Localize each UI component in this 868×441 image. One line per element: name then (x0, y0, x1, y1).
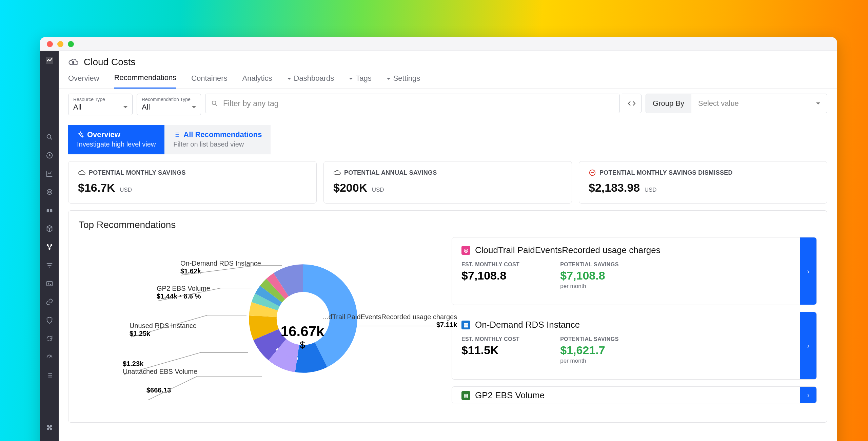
list-icon (173, 131, 180, 138)
gauge-icon[interactable] (45, 352, 54, 362)
history-icon[interactable] (45, 151, 54, 160)
minimize-window-button[interactable] (57, 41, 63, 47)
tab-recommendations[interactable]: Recommendations (114, 73, 176, 89)
cloud-cost-icon: $ (68, 57, 78, 67)
link-icon[interactable] (45, 297, 54, 307)
network-icon[interactable] (45, 242, 54, 252)
filter-icon[interactable] (45, 261, 54, 270)
chevron-down-icon (192, 106, 196, 110)
nav-sidebar (40, 51, 59, 441)
chevron-down-icon (287, 78, 291, 82)
code-view-button[interactable] (622, 94, 642, 113)
svg-rect-3 (46, 209, 48, 212)
main-tabs: Overview Recommendations Containers Anal… (59, 73, 837, 89)
target-icon[interactable] (45, 187, 54, 197)
tab-settings[interactable]: Settings (387, 73, 420, 89)
svg-text:$: $ (73, 61, 74, 64)
search-icon (211, 100, 218, 107)
svg-point-7 (48, 248, 51, 250)
svg-point-10 (212, 101, 216, 105)
panel-title: Top Recommendations (79, 219, 817, 230)
page-header: $ Cloud Costs (59, 51, 837, 73)
recommendation-card[interactable]: ◎CloudTrail PaidEventsRecorded usage cha… (452, 237, 817, 305)
chart-icon[interactable] (45, 169, 54, 178)
cube-icon[interactable] (45, 224, 54, 233)
recommendation-list: ◎CloudTrail PaidEventsRecorded usage cha… (452, 237, 817, 414)
refresh-icon[interactable] (45, 334, 54, 343)
search-icon[interactable] (45, 132, 54, 142)
svg-point-1 (47, 190, 52, 195)
dismiss-icon (589, 169, 596, 176)
tag-filter-input[interactable]: Filter by any tag (205, 94, 620, 113)
service-badge-icon: ▦ (461, 321, 470, 329)
service-badge-icon: ◎ (461, 246, 470, 255)
page-title: Cloud Costs (84, 57, 136, 68)
cloud-icon (333, 169, 341, 176)
view-tab-all[interactable]: All Recommendations Filter on list based… (164, 125, 271, 154)
chevron-down-icon (816, 102, 820, 107)
terminal-icon[interactable] (45, 279, 54, 288)
chevron-down-icon (387, 78, 391, 82)
resource-type-dropdown[interactable]: Resource Type All (68, 94, 133, 115)
card-annual-savings: POTENTIAL ANNUAL SAVINGS $200K USD (323, 161, 572, 204)
card-monthly-savings: POTENTIAL MONTHLY SAVINGS $16.7K USD (68, 161, 317, 204)
open-recommendation-button[interactable]: › (800, 237, 816, 305)
tab-analytics[interactable]: Analytics (242, 73, 272, 89)
chevron-down-icon (349, 78, 353, 82)
group-by-control[interactable]: Group By Select value (646, 94, 827, 113)
app-logo[interactable] (43, 54, 56, 66)
chevron-down-icon (123, 106, 127, 110)
top-recommendations-panel: Top Recommendations (68, 210, 827, 423)
tab-overview[interactable]: Overview (68, 73, 99, 89)
donut-chart: 16.67k $ ...dTrail PaidEventsRecorded us… (79, 237, 441, 414)
svg-point-0 (47, 135, 51, 138)
svg-rect-8 (46, 282, 52, 286)
puzzle-icon[interactable] (45, 423, 54, 432)
list-icon[interactable] (45, 370, 54, 380)
card-dismissed-savings: POTENTIAL MONTHLY SAVINGS DISMISSED $2,1… (579, 161, 827, 204)
recommendation-type-dropdown[interactable]: Recommendation Type All (137, 94, 201, 115)
cloud-icon (78, 169, 85, 176)
binoculars-icon[interactable] (45, 206, 54, 215)
open-recommendation-button[interactable]: › (800, 387, 816, 403)
recommendation-card[interactable]: ▤GP2 EBS Volume › (452, 386, 817, 403)
tab-dashboards[interactable]: Dashboards (287, 73, 334, 89)
svg-rect-4 (50, 209, 52, 212)
recommendation-card[interactable]: ▦On-Demand RDS Instance EST. MONTHLY COS… (452, 312, 817, 380)
sparkle-icon (77, 131, 84, 138)
window: $ Cloud Costs Overview Recommendations C… (40, 37, 837, 441)
view-tab-overview[interactable]: Overview Investigate high level view (68, 125, 164, 154)
shield-icon[interactable] (45, 315, 54, 325)
tab-containers[interactable]: Containers (191, 73, 227, 89)
svg-point-2 (48, 191, 51, 193)
tab-tags[interactable]: Tags (349, 73, 371, 89)
close-window-button[interactable] (47, 41, 53, 47)
open-recommendation-button[interactable]: › (800, 312, 816, 379)
maximize-window-button[interactable] (68, 41, 74, 47)
service-badge-icon: ▤ (461, 391, 470, 400)
window-titlebar (40, 37, 837, 51)
